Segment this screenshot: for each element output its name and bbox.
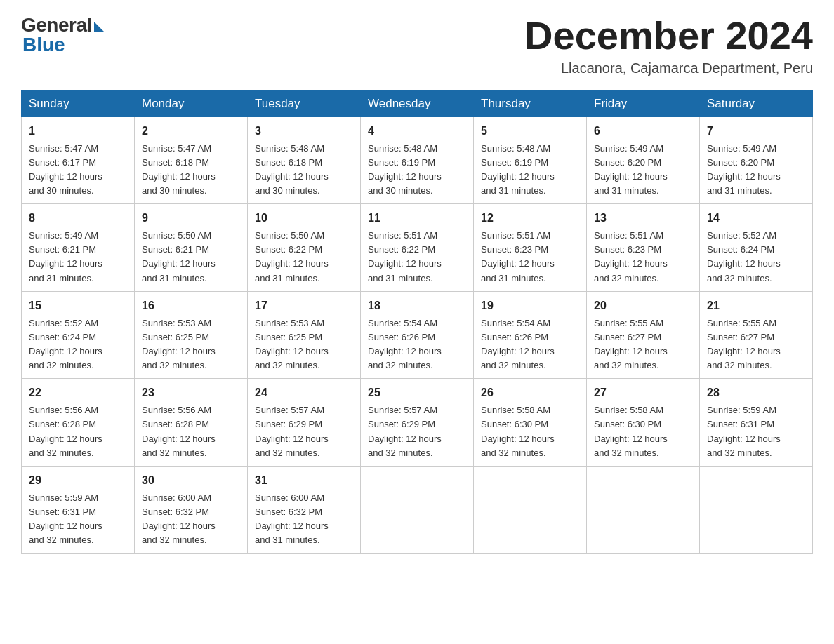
calendar-day-header: Monday <box>135 90 248 116</box>
day-number: 19 <box>481 297 579 314</box>
calendar-day-cell: 27Sunrise: 5:58 AMSunset: 6:30 PMDayligh… <box>587 379 700 467</box>
day-info: Sunrise: 5:49 AMSunset: 6:20 PMDaylight:… <box>594 142 692 199</box>
day-number: 4 <box>368 123 466 140</box>
location-text: Llacanora, Cajamarca Department, Peru <box>524 60 813 76</box>
calendar-day-header: Friday <box>587 90 700 116</box>
day-number: 9 <box>142 210 240 227</box>
day-info: Sunrise: 6:00 AMSunset: 6:32 PMDaylight:… <box>142 491 240 548</box>
day-info: Sunrise: 5:56 AMSunset: 6:28 PMDaylight:… <box>142 403 240 460</box>
calendar-day-cell: 7Sunrise: 5:49 AMSunset: 6:20 PMDaylight… <box>700 116 813 204</box>
day-number: 31 <box>255 472 353 489</box>
day-info: Sunrise: 5:49 AMSunset: 6:21 PMDaylight:… <box>29 229 127 286</box>
calendar-day-cell: 14Sunrise: 5:52 AMSunset: 6:24 PMDayligh… <box>700 204 813 292</box>
calendar-day-cell: 1Sunrise: 5:47 AMSunset: 6:17 PMDaylight… <box>22 116 135 204</box>
calendar-day-cell: 2Sunrise: 5:47 AMSunset: 6:18 PMDaylight… <box>135 116 248 204</box>
day-info: Sunrise: 5:50 AMSunset: 6:21 PMDaylight:… <box>142 229 240 286</box>
calendar-day-cell: 23Sunrise: 5:56 AMSunset: 6:28 PMDayligh… <box>135 379 248 467</box>
calendar-day-cell: 20Sunrise: 5:55 AMSunset: 6:27 PMDayligh… <box>587 291 700 379</box>
calendar-day-cell: 10Sunrise: 5:50 AMSunset: 6:22 PMDayligh… <box>248 204 361 292</box>
day-number: 28 <box>707 384 805 401</box>
day-number: 27 <box>594 384 692 401</box>
calendar-day-cell: 31Sunrise: 6:00 AMSunset: 6:32 PMDayligh… <box>248 466 361 554</box>
calendar-day-cell <box>587 466 700 554</box>
calendar-day-cell: 26Sunrise: 5:58 AMSunset: 6:30 PMDayligh… <box>474 379 587 467</box>
calendar-week-row: 1Sunrise: 5:47 AMSunset: 6:17 PMDaylight… <box>22 116 813 204</box>
calendar-day-cell: 9Sunrise: 5:50 AMSunset: 6:21 PMDaylight… <box>135 204 248 292</box>
day-info: Sunrise: 5:49 AMSunset: 6:20 PMDaylight:… <box>707 142 805 199</box>
day-number: 26 <box>481 384 579 401</box>
day-number: 10 <box>255 210 353 227</box>
day-number: 11 <box>368 210 466 227</box>
calendar-day-cell: 18Sunrise: 5:54 AMSunset: 6:26 PMDayligh… <box>361 291 474 379</box>
calendar-day-cell: 16Sunrise: 5:53 AMSunset: 6:25 PMDayligh… <box>135 291 248 379</box>
day-info: Sunrise: 5:57 AMSunset: 6:29 PMDaylight:… <box>368 403 466 460</box>
day-number: 3 <box>255 123 353 140</box>
day-number: 17 <box>255 297 353 314</box>
calendar-day-cell: 15Sunrise: 5:52 AMSunset: 6:24 PMDayligh… <box>22 291 135 379</box>
calendar-day-header: Wednesday <box>361 90 474 116</box>
day-info: Sunrise: 5:58 AMSunset: 6:30 PMDaylight:… <box>481 403 579 460</box>
calendar-day-cell: 17Sunrise: 5:53 AMSunset: 6:25 PMDayligh… <box>248 291 361 379</box>
calendar-day-cell: 30Sunrise: 6:00 AMSunset: 6:32 PMDayligh… <box>135 466 248 554</box>
calendar-day-cell: 5Sunrise: 5:48 AMSunset: 6:19 PMDaylight… <box>474 116 587 204</box>
calendar-week-row: 29Sunrise: 5:59 AMSunset: 6:31 PMDayligh… <box>22 466 813 554</box>
calendar-table: SundayMondayTuesdayWednesdayThursdayFrid… <box>21 90 813 554</box>
day-info: Sunrise: 5:52 AMSunset: 6:24 PMDaylight:… <box>29 316 127 373</box>
day-number: 18 <box>368 297 466 314</box>
day-number: 5 <box>481 123 579 140</box>
logo: General Blue <box>21 14 104 56</box>
calendar-week-row: 15Sunrise: 5:52 AMSunset: 6:24 PMDayligh… <box>22 291 813 379</box>
calendar-day-cell: 19Sunrise: 5:54 AMSunset: 6:26 PMDayligh… <box>474 291 587 379</box>
day-info: Sunrise: 5:51 AMSunset: 6:23 PMDaylight:… <box>481 229 579 286</box>
day-info: Sunrise: 5:50 AMSunset: 6:22 PMDaylight:… <box>255 229 353 286</box>
day-number: 20 <box>594 297 692 314</box>
calendar-day-cell: 13Sunrise: 5:51 AMSunset: 6:23 PMDayligh… <box>587 204 700 292</box>
calendar-day-cell <box>700 466 813 554</box>
calendar-week-row: 22Sunrise: 5:56 AMSunset: 6:28 PMDayligh… <box>22 379 813 467</box>
page-header: General Blue December 2024 Llacanora, Ca… <box>21 14 813 76</box>
day-info: Sunrise: 5:57 AMSunset: 6:29 PMDaylight:… <box>255 403 353 460</box>
day-info: Sunrise: 5:58 AMSunset: 6:30 PMDaylight:… <box>594 403 692 460</box>
day-number: 6 <box>594 123 692 140</box>
calendar-day-cell: 29Sunrise: 5:59 AMSunset: 6:31 PMDayligh… <box>22 466 135 554</box>
day-info: Sunrise: 5:59 AMSunset: 6:31 PMDaylight:… <box>707 403 805 460</box>
day-info: Sunrise: 5:59 AMSunset: 6:31 PMDaylight:… <box>29 491 127 548</box>
calendar-day-header: Sunday <box>22 90 135 116</box>
day-number: 25 <box>368 384 466 401</box>
calendar-day-cell <box>361 466 474 554</box>
calendar-day-cell: 11Sunrise: 5:51 AMSunset: 6:22 PMDayligh… <box>361 204 474 292</box>
month-title: December 2024 <box>524 14 813 58</box>
day-number: 8 <box>29 210 127 227</box>
day-info: Sunrise: 5:52 AMSunset: 6:24 PMDaylight:… <box>707 229 805 286</box>
day-info: Sunrise: 5:55 AMSunset: 6:27 PMDaylight:… <box>707 316 805 373</box>
calendar-day-cell: 6Sunrise: 5:49 AMSunset: 6:20 PMDaylight… <box>587 116 700 204</box>
calendar-day-cell: 28Sunrise: 5:59 AMSunset: 6:31 PMDayligh… <box>700 379 813 467</box>
calendar-day-cell: 4Sunrise: 5:48 AMSunset: 6:19 PMDaylight… <box>361 116 474 204</box>
day-number: 30 <box>142 472 240 489</box>
calendar-day-header: Thursday <box>474 90 587 116</box>
calendar-day-header: Tuesday <box>248 90 361 116</box>
calendar-day-cell: 8Sunrise: 5:49 AMSunset: 6:21 PMDaylight… <box>22 204 135 292</box>
logo-blue-text: Blue <box>22 34 65 56</box>
day-info: Sunrise: 5:53 AMSunset: 6:25 PMDaylight:… <box>142 316 240 373</box>
day-info: Sunrise: 5:48 AMSunset: 6:18 PMDaylight:… <box>255 142 353 199</box>
day-number: 2 <box>142 123 240 140</box>
logo-arrow-icon <box>94 22 104 32</box>
day-info: Sunrise: 6:00 AMSunset: 6:32 PMDaylight:… <box>255 491 353 548</box>
calendar-day-header: Saturday <box>700 90 813 116</box>
day-number: 12 <box>481 210 579 227</box>
calendar-day-cell: 3Sunrise: 5:48 AMSunset: 6:18 PMDaylight… <box>248 116 361 204</box>
day-info: Sunrise: 5:51 AMSunset: 6:23 PMDaylight:… <box>594 229 692 286</box>
calendar-day-cell: 22Sunrise: 5:56 AMSunset: 6:28 PMDayligh… <box>22 379 135 467</box>
day-number: 14 <box>707 210 805 227</box>
day-number: 1 <box>29 123 127 140</box>
day-number: 23 <box>142 384 240 401</box>
day-number: 16 <box>142 297 240 314</box>
day-number: 21 <box>707 297 805 314</box>
day-info: Sunrise: 5:47 AMSunset: 6:17 PMDaylight:… <box>29 142 127 199</box>
title-block: December 2024 Llacanora, Cajamarca Depar… <box>524 14 813 76</box>
calendar-day-cell: 12Sunrise: 5:51 AMSunset: 6:23 PMDayligh… <box>474 204 587 292</box>
day-info: Sunrise: 5:54 AMSunset: 6:26 PMDaylight:… <box>368 316 466 373</box>
calendar-header-row: SundayMondayTuesdayWednesdayThursdayFrid… <box>22 90 813 116</box>
calendar-week-row: 8Sunrise: 5:49 AMSunset: 6:21 PMDaylight… <box>22 204 813 292</box>
